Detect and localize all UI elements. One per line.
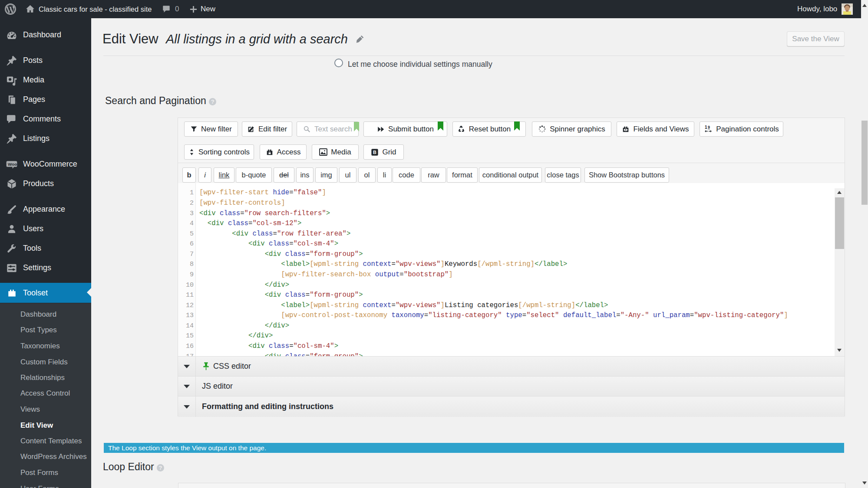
svg-text:9: 9 bbox=[708, 125, 710, 129]
svg-text:Woo: Woo bbox=[8, 161, 17, 166]
svg-text:B: B bbox=[373, 150, 376, 155]
svg-text:1: 1 bbox=[705, 125, 707, 130]
